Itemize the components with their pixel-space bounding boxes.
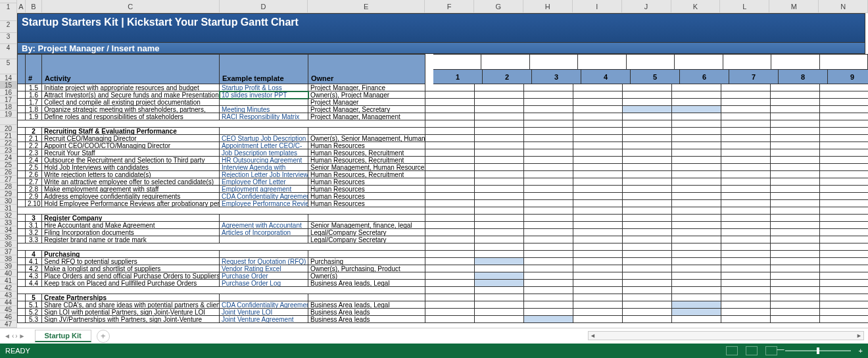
zoom-in-icon[interactable]: + <box>859 347 863 355</box>
gantt-cell[interactable] <box>771 157 820 164</box>
cell-num[interactable]: 3.1 <box>26 222 42 229</box>
gantt-cell[interactable] <box>524 193 573 200</box>
gantt-cell[interactable] <box>524 113 573 120</box>
gantt-cell[interactable] <box>475 193 524 200</box>
cell-template[interactable]: Joint Venture Agreement <box>220 316 308 323</box>
gantt-cell[interactable] <box>623 171 672 178</box>
gantt-cell[interactable] <box>623 215 672 222</box>
row-header-29[interactable]: 29 <box>0 190 16 197</box>
gantt-cell[interactable] <box>524 236 573 243</box>
gantt-cell[interactable] <box>721 178 771 186</box>
cell-activity[interactable]: Sign JV/Partnerships with Partners, sign… <box>42 316 220 323</box>
gantt-cell[interactable] <box>771 316 820 323</box>
gantt-cell[interactable] <box>623 258 672 265</box>
gantt-cell[interactable] <box>524 251 573 258</box>
gantt-cell[interactable] <box>623 128 672 135</box>
col-header-D[interactable]: D <box>220 0 308 13</box>
add-sheet-button[interactable]: + <box>97 330 110 343</box>
cell-num[interactable]: 1.9 <box>26 113 42 120</box>
col-header-M[interactable]: M <box>769 0 819 13</box>
gantt-cell[interactable] <box>475 272 524 280</box>
gantt-cell[interactable] <box>623 84 672 91</box>
gantt-cell[interactable] <box>475 215 524 222</box>
gantt-cell[interactable] <box>623 149 672 157</box>
gantt-cell[interactable] <box>524 84 573 91</box>
cell-activity[interactable]: Recruit CEO/Managing Director <box>42 135 220 142</box>
gantt-cell[interactable] <box>524 178 573 186</box>
gantt-cell[interactable] <box>771 171 820 178</box>
gantt-cell[interactable] <box>771 164 820 171</box>
gantt-cell[interactable] <box>771 222 820 229</box>
cell-num[interactable]: 2.8 <box>26 186 42 193</box>
gantt-cell[interactable] <box>771 186 820 193</box>
col-header-F[interactable]: F <box>425 0 474 13</box>
gantt-cell[interactable] <box>623 236 672 243</box>
cell-num[interactable]: 5.1 <box>26 301 42 309</box>
gantt-cell[interactable] <box>771 200 820 207</box>
view-normal-icon[interactable] <box>726 346 738 355</box>
gantt-cell[interactable] <box>425 272 475 280</box>
cell-owner[interactable]: Business Area leads, Legal <box>308 280 425 287</box>
gantt-cell[interactable] <box>672 200 721 207</box>
cell-owner[interactable]: Human Resources <box>308 200 425 207</box>
gantt-cell[interactable] <box>524 171 573 178</box>
cell-template[interactable] <box>220 128 308 135</box>
cell-owner[interactable]: Owner(s) <box>308 272 425 280</box>
row-header-46[interactable]: 46 <box>0 313 16 320</box>
gantt-cell[interactable] <box>573 164 623 171</box>
row-header-[interactable] <box>0 118 16 125</box>
cell-owner[interactable]: Project Manager, Management <box>308 113 425 120</box>
row-header-26[interactable]: 26 <box>0 168 16 176</box>
cell-activity[interactable]: Filing Incorporation documents <box>42 229 220 236</box>
gantt-cell[interactable] <box>573 301 623 309</box>
col-header-I[interactable]: I <box>573 0 622 13</box>
gantt-cell[interactable] <box>475 164 524 171</box>
gantt-cell[interactable] <box>524 309 573 316</box>
horizontal-scrollbar[interactable]: ◄ ► <box>588 331 864 340</box>
row-header-19[interactable]: 19 <box>0 111 16 118</box>
gantt-cell[interactable] <box>820 301 868 309</box>
cell-template[interactable]: Startup Profit & Loss <box>220 84 308 91</box>
gantt-cell[interactable] <box>425 251 475 258</box>
cell-num[interactable]: 1.7 <box>26 99 42 106</box>
cell-template[interactable] <box>220 251 308 258</box>
cell-owner[interactable] <box>308 251 425 258</box>
gantt-cell[interactable] <box>820 149 868 157</box>
cell-activity[interactable]: Organize strategic meeting with sharehol… <box>42 106 220 113</box>
gantt-cell[interactable] <box>573 229 623 236</box>
tab-nav-next-icon[interactable]: › <box>15 332 17 340</box>
gantt-cell[interactable] <box>425 316 475 323</box>
gantt-cell[interactable] <box>623 294 672 301</box>
cell-template[interactable]: Appointment Letter CEO/C- <box>220 142 308 149</box>
cell-activity[interactable]: Make employment agreement with staff <box>42 186 220 193</box>
cell-activity[interactable]: Recruit Your Staff <box>42 149 220 157</box>
gantt-cell[interactable] <box>672 193 721 200</box>
gantt-cell[interactable] <box>475 301 524 309</box>
cell-owner[interactable]: Legal/Company Secretary <box>308 236 425 243</box>
cell-template[interactable]: Joint Venture LOI <box>220 309 308 316</box>
cell-activity[interactable]: Hire Accountant and Make Agreement <box>42 222 220 229</box>
gantt-cell[interactable] <box>771 258 820 265</box>
gantt-cell[interactable] <box>820 294 868 301</box>
gantt-cell[interactable] <box>573 272 623 280</box>
gantt-cell[interactable] <box>820 272 868 280</box>
col-header-J[interactable]: J <box>622 0 671 13</box>
gantt-cell[interactable] <box>721 309 771 316</box>
cell-num[interactable]: 4.2 <box>26 265 42 272</box>
tab-nav-last-icon[interactable]: ► <box>19 332 26 340</box>
gantt-cell[interactable] <box>672 91 721 99</box>
gantt-cell[interactable] <box>672 294 721 301</box>
gantt-cell[interactable] <box>573 128 623 135</box>
cell-num[interactable]: 2.10 <box>26 200 42 207</box>
gantt-cell[interactable] <box>721 294 771 301</box>
gantt-cell[interactable] <box>425 294 475 301</box>
cell-activity[interactable]: Write rejection letters to candidate(s) <box>42 171 220 178</box>
gantt-cell[interactable] <box>820 215 868 222</box>
gantt-cell[interactable] <box>623 309 672 316</box>
gantt-cell[interactable] <box>573 91 623 99</box>
cell-num[interactable]: 3 <box>26 215 42 222</box>
row-header-24[interactable]: 24 <box>0 154 16 161</box>
gantt-cell[interactable] <box>425 265 475 272</box>
cell-activity[interactable]: Define roles and responsibilities of sta… <box>42 113 220 120</box>
gantt-cell[interactable] <box>721 193 771 200</box>
